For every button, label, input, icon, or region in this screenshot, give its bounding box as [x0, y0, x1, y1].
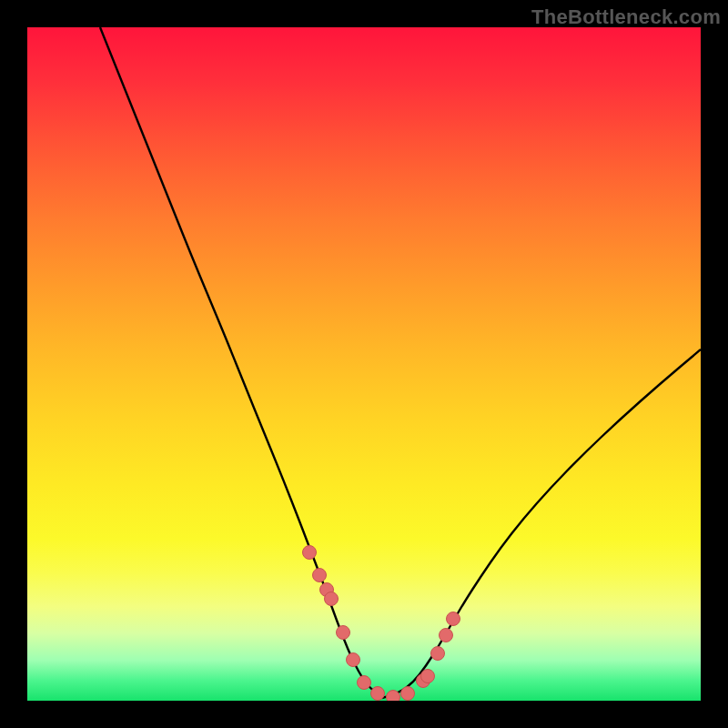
data-marker [337, 626, 350, 640]
data-marker [325, 592, 339, 606]
chart-overlay [27, 27, 701, 701]
data-marker [440, 629, 453, 642]
data-marker [358, 676, 371, 690]
data-marker [347, 653, 360, 667]
data-marker [303, 546, 317, 560]
data-marker [371, 687, 385, 701]
bottleneck-curve-right [382, 349, 701, 698]
watermark-text: TheBottleneck.com [531, 5, 721, 29]
data-marker [447, 612, 460, 626]
figure-frame: TheBottleneck.com [0, 0, 728, 728]
data-marker [313, 569, 327, 582]
data-marker [431, 647, 445, 661]
bottleneck-curve-left [100, 27, 382, 698]
data-marker [421, 670, 435, 683]
data-marker [401, 687, 415, 701]
plot-area [27, 27, 701, 701]
data-markers [303, 546, 460, 702]
data-marker [387, 691, 400, 702]
